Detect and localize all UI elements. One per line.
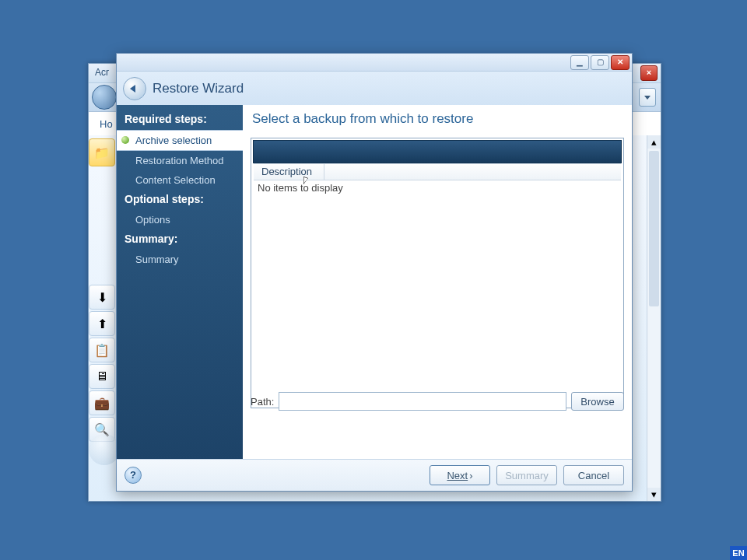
clipboard-icon[interactable]: 📋 — [89, 338, 115, 362]
listbox-toolbar — [253, 140, 622, 163]
briefcase-icon[interactable]: 💼 — [89, 390, 115, 415]
bg-side-toolbar: 📁 ⬇ ⬆ 📋 🖥 💼 🔍 — [89, 138, 115, 443]
sidebar-section-optional: Optional steps: — [117, 190, 243, 210]
minimize-button[interactable]: ▁ — [570, 55, 589, 70]
column-description[interactable]: Description — [254, 164, 324, 180]
empty-message: No items to display — [258, 182, 343, 194]
step-label: Restoration Method — [135, 155, 223, 166]
step-summary[interactable]: Summary — [117, 250, 243, 269]
wizard-footer: ? Next› Summary Cancel — [117, 459, 632, 491]
sync-up-icon[interactable]: ⬆ — [89, 311, 115, 336]
step-label: Options — [135, 214, 170, 226]
step-label: Summary — [135, 254, 179, 265]
bg-tab-home[interactable]: Ho — [93, 117, 119, 131]
chevron-right-icon: › — [469, 470, 472, 481]
path-row: Path: Browse — [251, 391, 624, 411]
path-input[interactable] — [279, 392, 566, 411]
bg-close-button[interactable]: × — [640, 65, 658, 81]
wizard-title: Restore Wizard — [153, 81, 244, 96]
backup-listbox[interactable]: Description No items to display — [251, 138, 624, 408]
bg-scrollbar[interactable]: ▴ ▾ — [647, 135, 661, 501]
restore-icon — [123, 77, 146, 100]
wizard-titlebar: ▁ ▢ ✕ — [117, 54, 632, 72]
cancel-button[interactable]: Cancel — [563, 465, 624, 485]
step-label: Archive selection — [135, 135, 212, 146]
monitor-icon[interactable]: 🖥 — [89, 364, 115, 389]
help-button[interactable]: ? — [124, 467, 142, 484]
next-label: Next — [447, 470, 468, 481]
bg-dropdown-button[interactable] — [639, 88, 656, 107]
summary-button[interactable]: Summary — [496, 465, 557, 485]
step-options[interactable]: Options — [117, 210, 243, 229]
sidebar-section-summary: Summary: — [117, 229, 243, 250]
disk-icon — [89, 434, 120, 465]
scroll-thumb[interactable] — [649, 151, 659, 306]
folder-icon[interactable]: 📁 — [89, 138, 115, 166]
restore-wizard-window: ▁ ▢ ✕ Restore Wizard Required steps: Arc… — [116, 53, 633, 492]
sync-down-icon[interactable]: ⬇ — [89, 285, 115, 310]
close-button[interactable]: ✕ — [611, 55, 630, 70]
sidebar-section-required: Required steps: — [117, 110, 243, 130]
step-content-selection[interactable]: Content Selection — [117, 170, 243, 190]
back-icon[interactable] — [92, 85, 117, 110]
path-label: Path: — [251, 396, 274, 408]
scroll-up-icon[interactable]: ▴ — [647, 135, 661, 149]
step-archive-selection[interactable]: Archive selection — [117, 130, 244, 151]
listbox-columns: Description — [254, 163, 621, 180]
maximize-button[interactable]: ▢ — [591, 55, 609, 70]
step-label: Content Selection — [135, 174, 216, 186]
step-restoration-method[interactable]: Restoration Method — [117, 151, 243, 170]
bg-title: Acr — [95, 67, 109, 78]
page-heading: Select a backup from which to restore — [252, 111, 624, 127]
wizard-header: Restore Wizard — [117, 72, 632, 107]
next-button[interactable]: Next› — [430, 465, 490, 485]
wizard-main: Select a backup from which to restore De… — [243, 105, 632, 460]
scroll-down-icon[interactable]: ▾ — [647, 488, 661, 501]
wizard-sidebar: Required steps: Archive selection Restor… — [117, 105, 243, 460]
language-indicator[interactable]: EN — [730, 546, 747, 560]
browse-button[interactable]: Browse — [571, 392, 624, 411]
